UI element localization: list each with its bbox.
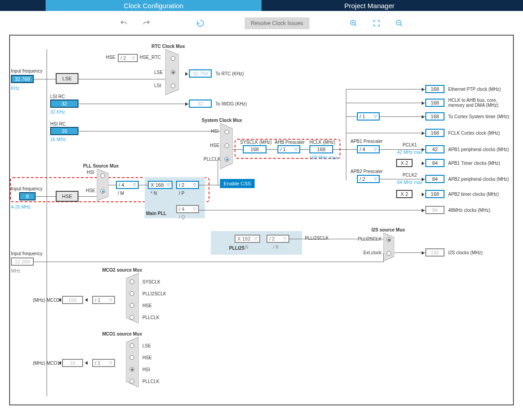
pll-m-lbl: / M [118, 191, 124, 196]
tab-edge-left [0, 0, 46, 11]
i2s-freq-input[interactable]: 12.288 [11, 257, 34, 266]
rtc-lsi-lbl: LSI [154, 83, 161, 88]
apb1-tim-value: 84 [425, 159, 445, 167]
mco2-radio-pllclk[interactable] [130, 315, 134, 320]
hsi-value: 16 [50, 127, 78, 135]
sys-mux-radio-hsi[interactable] [225, 130, 229, 134]
zoom-out-icon[interactable] [394, 18, 404, 28]
line-i2s-ext [34, 262, 383, 262]
line-hclk-apb1 [333, 149, 357, 150]
systick-div-select[interactable]: / 1▽ [357, 112, 380, 121]
mco2-radio-plli2s[interactable] [130, 291, 134, 296]
apb1-presc-lbl: APB1 Prescaler [350, 139, 383, 144]
line-sysclk-ahb [267, 149, 277, 150]
hsi-unit: 16 MHz [50, 137, 66, 142]
mco2-radio-sysclk[interactable] [130, 279, 134, 284]
pll-n-select[interactable]: X 168▽ [148, 181, 173, 189]
sys-mux-radio-hse[interactable] [225, 143, 229, 148]
lse-freq-input[interactable]: 32.768 [11, 75, 34, 83]
mco1-radio-hsi[interactable] [130, 367, 134, 372]
pll-q-select[interactable]: / 4▽ [176, 205, 199, 213]
line-hse-pllmux [78, 196, 97, 197]
redo-icon[interactable] [141, 18, 152, 28]
mco2-title: MCO2 source Mux [102, 268, 142, 273]
rtc-mux-radio-lse[interactable] [171, 70, 175, 74]
line-i2s-out [394, 252, 425, 253]
mco1-radio-hse[interactable] [130, 355, 134, 360]
hse-freq-label: Input frequency [11, 186, 42, 191]
hclk-value[interactable]: 168 [309, 145, 333, 153]
fclk-value: 168 [425, 129, 445, 137]
hsi-label: HSI RC [50, 121, 66, 126]
apb2-periph-value: 84 [425, 175, 445, 183]
mco1-div-select[interactable]: / 1▽ [92, 359, 115, 367]
apb1-periph-lbl: APB1 peripheral clocks (MHz) [448, 147, 509, 152]
lse-unit: KHz [11, 86, 20, 91]
plli2s-r-select[interactable]: / 2▽ [267, 235, 289, 243]
pclk2-lbl: PCLK2 [403, 173, 417, 178]
apb2-presc-lbl: APB2 Prescaler [350, 169, 383, 174]
lsi-value: 32 [50, 100, 78, 108]
tab-edge-right [477, 0, 523, 11]
pll-m-select[interactable]: / 4▽ [116, 181, 139, 189]
line-fclk [346, 133, 425, 133]
sysclk-lbl: SYSCLK (MHz) [240, 140, 272, 145]
fit-screen-icon[interactable] [371, 18, 382, 28]
line-m-n [139, 185, 148, 185]
rtc-mux-radio-lsi[interactable] [171, 84, 175, 88]
mco2-plli2s: PLLI2SCLK [142, 291, 166, 296]
iwdg-out-label: To IWDG (KHz) [215, 101, 247, 106]
mco2-pllclk: PLLCLK [142, 315, 159, 320]
mco1-radio-pllclk[interactable] [130, 379, 134, 383]
pll-mux-radio-hsi[interactable] [100, 173, 105, 178]
enable-css-button[interactable]: Enable CSS [220, 179, 255, 188]
hclk-max-lbl: 168 MHz max [309, 155, 338, 160]
line-lse-in [34, 79, 56, 79]
mco2-div-select[interactable]: / 1▽ [92, 296, 115, 304]
hse-freq-input[interactable]: 8 [19, 192, 36, 200]
apb2-periph-lbl: APB2 peripheral clocks (MHz) [448, 177, 509, 182]
pll-mux-radio-hse[interactable] [100, 189, 105, 194]
sys-mux-radio-pllclk[interactable] [225, 157, 229, 162]
mco2-radio-hse[interactable] [130, 303, 134, 308]
line-plli2s-mux [289, 239, 383, 239]
pclk2-max: 84 MHz max [397, 180, 423, 185]
mco1-out-value: 16 [62, 359, 83, 367]
i2s-mux-title: I2S source Mux [371, 227, 405, 232]
mco2-sysclk: SYSCLK [142, 279, 160, 284]
mco1-lse: LSE [142, 343, 151, 348]
line-clk48 [199, 210, 425, 210]
rtc-mux-radio-hse[interactable] [171, 56, 175, 61]
refresh-icon[interactable] [195, 18, 205, 28]
pll-p-select[interactable]: / 2▽ [176, 181, 199, 189]
zoom-in-icon[interactable] [349, 18, 359, 28]
plli2s-r-lbl: / R [273, 245, 279, 250]
i2s-out-value: 192 [425, 248, 445, 257]
hse-range: 4-26 MHz [11, 205, 31, 210]
pll-n-lbl: * N [151, 191, 157, 196]
sys-mux-title: System Clock Mux [202, 118, 242, 123]
rtc-lse-lbl: LSE [154, 70, 163, 75]
rtc-out-value: 32.768 [189, 69, 212, 78]
line-sysclk-out [233, 149, 243, 150]
line-systick2 [380, 116, 425, 117]
ahb-select[interactable]: / 1▽ [277, 145, 300, 153]
rtc-hse-div[interactable]: / 2▽ [118, 54, 138, 62]
line-systick1 [346, 116, 357, 117]
i2s-mux-radio-ext[interactable] [387, 251, 391, 256]
main-pll-title: Main PLL [146, 211, 166, 216]
clock-diagram-canvas[interactable]: Input frequency 32.768 KHz LSE LSI RC 32… [9, 35, 514, 405]
line-hclkbus [346, 103, 425, 103]
apb2-div-select[interactable]: / 2▽ [357, 175, 380, 183]
hclk-bus-value: 168 [425, 99, 445, 107]
i2s-mux-radio-plli2s[interactable] [387, 237, 391, 242]
lsi-label: LSI RC [50, 94, 65, 99]
tab-clock-configuration[interactable]: Clock Configuration [46, 0, 262, 11]
clk48-lbl: 48MHz clocks (MHz) [448, 208, 490, 213]
resolve-clock-issues-button[interactable]: Resolve Clock Issues [245, 17, 310, 29]
plli2s-n-select[interactable]: X 192▽ [235, 235, 260, 243]
apb1-div-select[interactable]: / 4▽ [357, 145, 380, 153]
tab-project-manager[interactable]: Project Manager [262, 0, 477, 11]
undo-icon[interactable] [119, 18, 129, 28]
mco1-radio-lse[interactable] [130, 343, 134, 348]
